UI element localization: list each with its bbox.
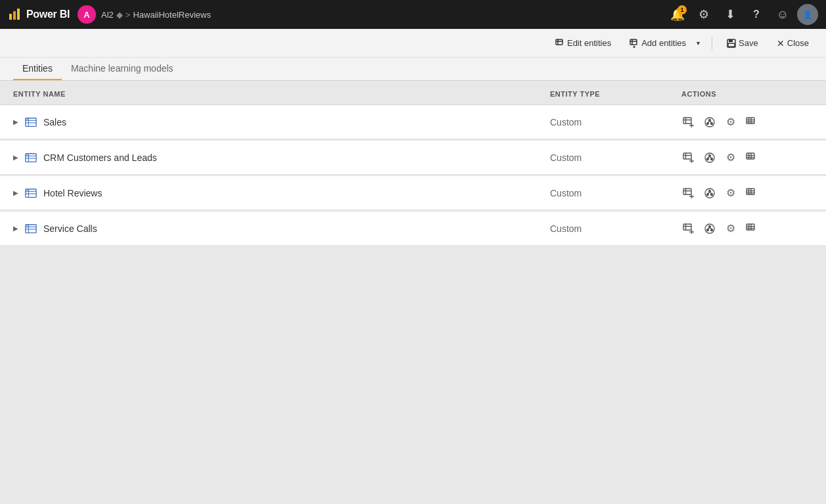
edit-query-icon[interactable] [681,186,696,200]
entity-actions: ⚙ [681,186,813,200]
expand-arrow-icon[interactable]: ▶ [13,118,18,126]
svg-rect-19 [683,118,691,124]
edit-query-icon[interactable] [681,150,696,165]
refresh-icon[interactable] [745,150,759,165]
svg-line-71 [708,192,710,193]
entity-name-cell: ▶ Service Calls [13,223,550,235]
ml-icon[interactable] [702,186,717,200]
edit-query-icon[interactable] [681,115,696,129]
svg-point-68 [711,193,713,195]
entity-name: Hotel Reviews [43,188,102,198]
table-row[interactable]: ▶ CRM Customers and Leads Custom [0,141,826,175]
svg-point-25 [709,119,711,121]
add-entities-icon [630,39,639,48]
edit-entities-button[interactable]: Edit entities [549,35,618,51]
svg-rect-30 [746,118,754,124]
edit-icon [555,39,564,48]
help-button[interactable]: ? [745,3,768,26]
topbar-actions: 🔔 1 ⚙ ⬇ ? ☺ 👤 [666,3,818,26]
svg-rect-0 [9,14,12,20]
expand-arrow-icon[interactable]: ▶ [13,189,18,196]
table-row[interactable]: ▶ Sales Custom [0,105,826,139]
table-row[interactable]: ▶ Hotel Reviews Custom [0,176,826,210]
table-header: ENTITY NAME ENTITY TYPE ACTIONS [0,83,826,105]
table-entity-icon [25,152,37,164]
svg-rect-12 [729,39,733,42]
chevron-down-icon: ▾ [697,39,700,47]
svg-rect-2 [17,9,20,20]
refresh-icon[interactable] [745,115,759,129]
entity-actions: ⚙ [681,150,813,165]
save-button[interactable]: Save [720,35,765,51]
download-icon: ⬇ [725,7,735,22]
add-entities-label: Add entities [641,38,686,48]
entity-name-cell: ▶ Sales [13,116,550,128]
refresh-icon[interactable] [745,186,759,200]
close-icon: ✕ [777,38,785,49]
ml-icon[interactable] [702,221,717,236]
breadcrumb-sep: > [126,10,131,20]
col-entity-name-header: ENTITY NAME [13,90,550,98]
svg-rect-61 [683,189,691,195]
tab-ml-models[interactable]: Machine learning models [62,58,183,80]
ml-icon[interactable] [702,115,717,129]
svg-point-69 [707,193,709,195]
table-entity-icon [25,116,37,128]
settings-icon[interactable]: ⚙ [723,186,738,200]
svg-rect-51 [746,153,754,159]
entity-type: Custom [550,117,681,127]
entity-type: Custom [550,152,681,163]
entity-name-cell: ▶ CRM Customers and Leads [13,152,550,164]
svg-point-47 [711,158,713,160]
tab-entities[interactable]: Entities [13,58,62,80]
user-avatar-label: 👤 [803,11,812,19]
entity-type: Custom [550,188,681,198]
svg-rect-18 [26,118,29,120]
svg-point-26 [711,122,713,124]
powerbi-icon [8,7,22,22]
diamond-icon: ◆ [116,10,123,20]
svg-rect-81 [26,224,29,227]
breadcrumb: Al2 ◆ > HawaiiHotelReviews [101,10,211,20]
svg-rect-39 [26,153,29,156]
workspace-name[interactable]: HawaiiHotelReviews [133,10,211,20]
ml-icon[interactable] [702,150,717,165]
edit-query-icon[interactable] [681,221,696,236]
svg-point-88 [709,225,711,227]
entity-name: CRM Customers and Leads [43,152,157,163]
tabs-bar: Entities Machine learning models [0,58,826,81]
emoji-button[interactable]: ☺ [771,3,794,26]
svg-line-29 [708,121,710,122]
entity-name: Service Calls [43,223,97,234]
entity-name: Sales [43,117,66,127]
svg-rect-3 [556,39,562,45]
table-row[interactable]: ▶ Service Calls Custom [0,212,826,246]
svg-rect-6 [630,39,637,45]
add-entities-chevron[interactable]: ▾ [693,37,704,49]
user-avatar[interactable]: 👤 [797,4,818,25]
refresh-icon[interactable] [745,221,759,236]
settings-icon[interactable]: ⚙ [723,115,738,129]
svg-line-91 [710,227,712,229]
workspace-label: Al2 [101,10,114,20]
smile-icon: ☺ [777,8,789,22]
entity-table: ▶ Sales Custom [0,105,826,246]
download-button[interactable]: ⬇ [718,3,742,26]
svg-line-70 [710,192,712,193]
save-label: Save [739,38,758,48]
settings-icon[interactable]: ⚙ [723,221,738,236]
close-label: Close [787,38,809,48]
help-icon: ? [753,9,760,20]
entity-actions: ⚙ [681,115,813,129]
add-entities-button[interactable]: Add entities [623,35,693,51]
edit-entities-label: Edit entities [567,38,611,48]
expand-arrow-icon[interactable]: ▶ [13,154,18,161]
settings-icon[interactable]: ⚙ [723,150,738,165]
svg-rect-93 [746,224,754,230]
tab-entities-label: Entities [22,63,53,74]
svg-rect-72 [746,189,754,195]
settings-button[interactable]: ⚙ [692,3,716,26]
notifications-button[interactable]: 🔔 1 [666,3,689,26]
expand-arrow-icon[interactable]: ▶ [13,225,18,232]
close-button[interactable]: ✕ Close [770,35,815,51]
